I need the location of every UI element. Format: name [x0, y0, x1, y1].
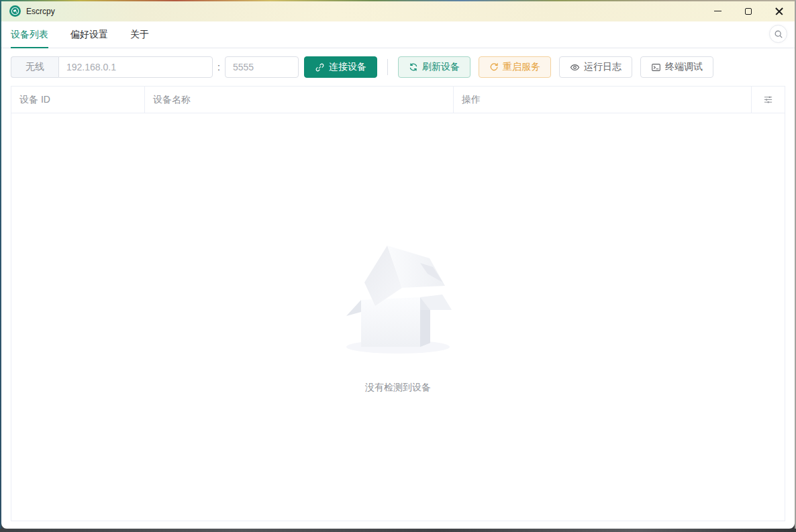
empty-box-illustration: [344, 241, 452, 355]
app-window: Escrcpy 设备列表 偏好设置 关于: [1, 1, 795, 529]
terminal-debug-label: 终端调试: [665, 61, 703, 73]
device-table-body: 没有检测到设备: [11, 113, 785, 521]
connect-device-button[interactable]: 连接设备: [304, 56, 377, 78]
tab-device-list-label: 设备列表: [11, 29, 48, 41]
column-header-actions: 操作: [454, 87, 752, 113]
restart-icon: [489, 62, 499, 72]
window-top-edge: [0, 0, 796, 1]
window-controls: [702, 1, 795, 21]
device-table: 设备 ID 设备名称 操作: [11, 86, 785, 521]
minimize-icon: [714, 11, 722, 11]
refresh-devices-button[interactable]: 刷新设备: [398, 56, 470, 78]
window-left-edge: [0, 0, 1, 529]
wireless-address-group: 无线: [11, 56, 213, 78]
device-table-header: 设备 ID 设备名称 操作: [11, 87, 785, 113]
terminal-icon: [651, 62, 661, 72]
desktop-backdrop: Escrcpy 设备列表 偏好设置 关于: [0, 0, 796, 532]
restart-service-button[interactable]: 重启服务: [479, 56, 551, 78]
sliders-icon: [763, 95, 773, 105]
tab-device-list[interactable]: 设备列表: [11, 21, 48, 48]
close-button[interactable]: [764, 1, 795, 21]
tab-about[interactable]: 关于: [130, 21, 149, 48]
window-title: Escrcpy: [26, 7, 702, 16]
connect-device-label: 连接设备: [329, 61, 366, 73]
app-logo-icon: [9, 5, 21, 17]
eye-icon: [570, 62, 580, 72]
refresh-devices-label: 刷新设备: [422, 61, 460, 73]
search-button[interactable]: [769, 25, 787, 43]
titlebar: Escrcpy: [1, 1, 795, 21]
port-separator: :: [217, 62, 220, 72]
tab-bar: 设备列表 偏好设置 关于: [1, 21, 795, 48]
port-input[interactable]: [225, 56, 299, 78]
run-log-button[interactable]: 运行日志: [559, 56, 632, 78]
link-icon: [315, 62, 325, 72]
search-icon: [774, 30, 783, 39]
column-header-device-id: 设备 ID: [11, 87, 145, 113]
empty-state-text: 没有检测到设备: [365, 382, 431, 394]
terminal-debug-button[interactable]: 终端调试: [640, 56, 713, 78]
close-icon: [775, 7, 783, 15]
tab-preferences-label: 偏好设置: [70, 29, 108, 41]
maximize-button[interactable]: [733, 1, 764, 21]
maximize-icon: [745, 8, 752, 15]
column-header-device-name: 设备名称: [145, 87, 454, 113]
toolbar-divider: [387, 59, 388, 75]
minimize-button[interactable]: [702, 1, 733, 21]
wireless-label: 无线: [11, 56, 58, 78]
tab-preferences[interactable]: 偏好设置: [70, 21, 108, 48]
refresh-icon: [409, 62, 418, 72]
ip-address-input[interactable]: [58, 56, 213, 78]
restart-service-label: 重启服务: [503, 61, 540, 73]
connection-toolbar: 无线 : 连接设备 刷: [1, 48, 795, 86]
tab-about-label: 关于: [130, 29, 149, 41]
column-settings-button[interactable]: [752, 87, 785, 113]
run-log-label: 运行日志: [584, 61, 621, 73]
